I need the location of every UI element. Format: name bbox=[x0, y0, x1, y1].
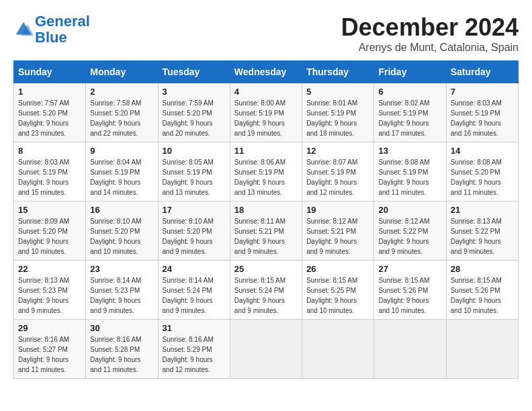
calendar-cell: 17Sunrise: 8:10 AMSunset: 5:20 PMDayligh… bbox=[158, 201, 230, 261]
calendar-cell: 7Sunrise: 8:03 AMSunset: 5:19 PMDaylight… bbox=[446, 83, 518, 142]
day-info: Sunrise: 8:14 AMSunset: 5:24 PMDaylight:… bbox=[163, 275, 226, 316]
calendar-cell: 20Sunrise: 8:12 AMSunset: 5:22 PMDayligh… bbox=[374, 201, 446, 261]
day-number: 26 bbox=[306, 264, 369, 274]
calendar-cell bbox=[446, 320, 518, 379]
day-number: 14 bbox=[451, 146, 514, 156]
calendar-cell: 30Sunrise: 8:16 AMSunset: 5:28 PMDayligh… bbox=[86, 320, 158, 379]
weekday-header-wednesday: Wednesday bbox=[230, 61, 302, 83]
day-info: Sunrise: 8:03 AMSunset: 5:19 PMDaylight:… bbox=[18, 157, 81, 197]
calendar-cell: 11Sunrise: 8:06 AMSunset: 5:19 PMDayligh… bbox=[230, 142, 302, 201]
calendar-cell: 14Sunrise: 8:08 AMSunset: 5:20 PMDayligh… bbox=[446, 142, 518, 201]
day-info: Sunrise: 8:15 AMSunset: 5:26 PMDaylight:… bbox=[451, 275, 514, 316]
calendar-cell: 6Sunrise: 8:02 AMSunset: 5:19 PMDaylight… bbox=[374, 83, 446, 142]
calendar-week-row: 22Sunrise: 8:13 AMSunset: 5:23 PMDayligh… bbox=[14, 261, 519, 320]
day-number: 12 bbox=[306, 146, 369, 156]
calendar-cell bbox=[374, 320, 446, 379]
weekday-header-monday: Monday bbox=[86, 61, 158, 83]
day-info: Sunrise: 8:11 AMSunset: 5:21 PMDaylight:… bbox=[234, 216, 298, 257]
calendar-cell: 25Sunrise: 8:15 AMSunset: 5:24 PMDayligh… bbox=[230, 261, 302, 320]
day-number: 3 bbox=[163, 87, 226, 97]
calendar-week-row: 29Sunrise: 8:16 AMSunset: 5:27 PMDayligh… bbox=[14, 320, 519, 379]
day-info: Sunrise: 8:05 AMSunset: 5:19 PMDaylight:… bbox=[163, 157, 226, 197]
day-number: 18 bbox=[234, 205, 298, 215]
calendar-cell: 9Sunrise: 8:04 AMSunset: 5:19 PMDaylight… bbox=[86, 142, 158, 201]
calendar-cell: 27Sunrise: 8:15 AMSunset: 5:26 PMDayligh… bbox=[374, 261, 446, 320]
calendar-header: SundayMondayTuesdayWednesdayThursdayFrid… bbox=[14, 61, 519, 83]
day-number: 20 bbox=[378, 205, 441, 215]
day-number: 15 bbox=[18, 205, 81, 215]
calendar-cell: 1Sunrise: 7:57 AMSunset: 5:20 PMDaylight… bbox=[14, 83, 86, 142]
day-info: Sunrise: 8:16 AMSunset: 5:29 PMDaylight:… bbox=[163, 334, 226, 375]
day-info: Sunrise: 8:01 AMSunset: 5:19 PMDaylight:… bbox=[306, 98, 369, 138]
day-info: Sunrise: 8:08 AMSunset: 5:20 PMDaylight:… bbox=[451, 157, 514, 197]
calendar-cell: 19Sunrise: 8:12 AMSunset: 5:21 PMDayligh… bbox=[302, 201, 374, 261]
day-info: Sunrise: 7:59 AMSunset: 5:20 PMDaylight:… bbox=[163, 98, 226, 138]
day-info: Sunrise: 8:07 AMSunset: 5:19 PMDaylight:… bbox=[306, 157, 369, 197]
calendar-cell: 26Sunrise: 8:15 AMSunset: 5:25 PMDayligh… bbox=[302, 261, 374, 320]
calendar-cell: 15Sunrise: 8:09 AMSunset: 5:20 PMDayligh… bbox=[14, 201, 86, 261]
day-info: Sunrise: 8:08 AMSunset: 5:19 PMDaylight:… bbox=[378, 157, 441, 197]
calendar-cell: 12Sunrise: 8:07 AMSunset: 5:19 PMDayligh… bbox=[302, 142, 374, 201]
title-section: December 2024 Arenys de Munt, Catalonia,… bbox=[341, 13, 519, 54]
calendar-cell: 2Sunrise: 7:58 AMSunset: 5:20 PMDaylight… bbox=[86, 83, 158, 142]
calendar-cell: 10Sunrise: 8:05 AMSunset: 5:19 PMDayligh… bbox=[158, 142, 230, 201]
day-number: 22 bbox=[18, 264, 81, 274]
calendar-week-row: 15Sunrise: 8:09 AMSunset: 5:20 PMDayligh… bbox=[14, 201, 519, 261]
day-info: Sunrise: 8:14 AMSunset: 5:23 PMDaylight:… bbox=[90, 275, 153, 316]
day-info: Sunrise: 8:16 AMSunset: 5:27 PMDaylight:… bbox=[18, 334, 81, 375]
day-number: 13 bbox=[378, 146, 441, 156]
calendar-cell: 16Sunrise: 8:10 AMSunset: 5:20 PMDayligh… bbox=[86, 201, 158, 261]
location-title: Arenys de Munt, Catalonia, Spain bbox=[341, 42, 519, 54]
day-number: 28 bbox=[451, 264, 514, 274]
day-info: Sunrise: 8:10 AMSunset: 5:20 PMDaylight:… bbox=[163, 216, 226, 257]
logo-icon bbox=[13, 19, 34, 40]
day-number: 25 bbox=[234, 264, 298, 274]
logo-blue: Blue bbox=[35, 29, 67, 46]
day-number: 31 bbox=[163, 323, 226, 333]
calendar-cell: 21Sunrise: 8:13 AMSunset: 5:22 PMDayligh… bbox=[446, 201, 518, 261]
weekday-header-row: SundayMondayTuesdayWednesdayThursdayFrid… bbox=[14, 61, 519, 83]
day-info: Sunrise: 8:00 AMSunset: 5:19 PMDaylight:… bbox=[234, 98, 298, 138]
day-info: Sunrise: 8:12 AMSunset: 5:21 PMDaylight:… bbox=[306, 216, 369, 257]
day-info: Sunrise: 8:16 AMSunset: 5:28 PMDaylight:… bbox=[90, 334, 153, 375]
day-info: Sunrise: 8:13 AMSunset: 5:22 PMDaylight:… bbox=[451, 216, 514, 257]
day-info: Sunrise: 8:15 AMSunset: 5:26 PMDaylight:… bbox=[378, 275, 441, 316]
day-number: 5 bbox=[306, 87, 369, 97]
day-info: Sunrise: 7:58 AMSunset: 5:20 PMDaylight:… bbox=[90, 98, 153, 138]
calendar-cell: 8Sunrise: 8:03 AMSunset: 5:19 PMDaylight… bbox=[14, 142, 86, 201]
day-number: 19 bbox=[306, 205, 369, 215]
calendar-table: SundayMondayTuesdayWednesdayThursdayFrid… bbox=[13, 60, 519, 379]
calendar-cell: 18Sunrise: 8:11 AMSunset: 5:21 PMDayligh… bbox=[230, 201, 302, 261]
month-title: December 2024 bbox=[341, 13, 519, 42]
weekday-header-sunday: Sunday bbox=[14, 61, 86, 83]
weekday-header-friday: Friday bbox=[374, 61, 446, 83]
day-info: Sunrise: 8:15 AMSunset: 5:25 PMDaylight:… bbox=[306, 275, 369, 316]
calendar-cell: 5Sunrise: 8:01 AMSunset: 5:19 PMDaylight… bbox=[302, 83, 374, 142]
calendar-cell: 24Sunrise: 8:14 AMSunset: 5:24 PMDayligh… bbox=[158, 261, 230, 320]
day-number: 17 bbox=[163, 205, 226, 215]
day-info: Sunrise: 8:09 AMSunset: 5:20 PMDaylight:… bbox=[18, 216, 81, 257]
page-header: General Blue December 2024 Arenys de Mun… bbox=[13, 13, 519, 54]
weekday-header-saturday: Saturday bbox=[446, 61, 518, 83]
calendar-cell: 4Sunrise: 8:00 AMSunset: 5:19 PMDaylight… bbox=[230, 83, 302, 142]
day-info: Sunrise: 8:10 AMSunset: 5:20 PMDaylight:… bbox=[90, 216, 153, 257]
logo-general: General bbox=[35, 13, 90, 30]
calendar-week-row: 1Sunrise: 7:57 AMSunset: 5:20 PMDaylight… bbox=[14, 83, 519, 142]
day-info: Sunrise: 8:03 AMSunset: 5:19 PMDaylight:… bbox=[451, 98, 514, 138]
calendar-week-row: 8Sunrise: 8:03 AMSunset: 5:19 PMDaylight… bbox=[14, 142, 519, 201]
day-number: 4 bbox=[234, 87, 298, 97]
calendar-body: 1Sunrise: 7:57 AMSunset: 5:20 PMDaylight… bbox=[14, 83, 519, 379]
day-info: Sunrise: 8:06 AMSunset: 5:19 PMDaylight:… bbox=[234, 157, 298, 197]
weekday-header-tuesday: Tuesday bbox=[158, 61, 230, 83]
day-info: Sunrise: 8:12 AMSunset: 5:22 PMDaylight:… bbox=[378, 216, 441, 257]
day-number: 27 bbox=[378, 264, 441, 274]
day-number: 11 bbox=[234, 146, 298, 156]
day-number: 21 bbox=[451, 205, 514, 215]
day-info: Sunrise: 7:57 AMSunset: 5:20 PMDaylight:… bbox=[18, 98, 81, 138]
calendar-cell: 23Sunrise: 8:14 AMSunset: 5:23 PMDayligh… bbox=[86, 261, 158, 320]
day-number: 16 bbox=[90, 205, 153, 215]
day-number: 2 bbox=[90, 87, 153, 97]
day-number: 8 bbox=[18, 146, 81, 156]
calendar-cell bbox=[302, 320, 374, 379]
logo: General Blue bbox=[13, 13, 90, 46]
